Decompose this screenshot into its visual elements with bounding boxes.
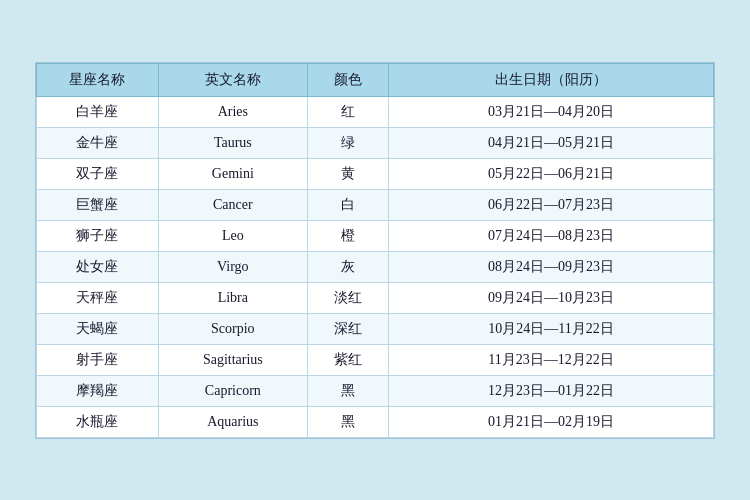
cell-chinese: 金牛座 [37,127,159,158]
cell-english: Aquarius [158,406,307,437]
cell-chinese: 狮子座 [37,220,159,251]
table-row: 天蝎座Scorpio深红10月24日—11月22日 [37,313,714,344]
cell-color: 黄 [307,158,388,189]
cell-date: 12月23日—01月22日 [389,375,714,406]
header-color: 颜色 [307,63,388,96]
table-row: 处女座Virgo灰08月24日—09月23日 [37,251,714,282]
table-row: 狮子座Leo橙07月24日—08月23日 [37,220,714,251]
table-row: 摩羯座Capricorn黑12月23日—01月22日 [37,375,714,406]
cell-date: 11月23日—12月22日 [389,344,714,375]
cell-english: Capricorn [158,375,307,406]
cell-english: Scorpio [158,313,307,344]
cell-color: 黑 [307,406,388,437]
cell-color: 深红 [307,313,388,344]
cell-date: 04月21日—05月21日 [389,127,714,158]
cell-color: 黑 [307,375,388,406]
table-row: 天秤座Libra淡红09月24日—10月23日 [37,282,714,313]
cell-chinese: 射手座 [37,344,159,375]
cell-english: Leo [158,220,307,251]
cell-chinese: 天秤座 [37,282,159,313]
table-header-row: 星座名称 英文名称 颜色 出生日期（阳历） [37,63,714,96]
table-row: 射手座Sagittarius紫红11月23日—12月22日 [37,344,714,375]
cell-date: 08月24日—09月23日 [389,251,714,282]
cell-date: 03月21日—04月20日 [389,96,714,127]
header-date: 出生日期（阳历） [389,63,714,96]
cell-date: 09月24日—10月23日 [389,282,714,313]
cell-english: Aries [158,96,307,127]
zodiac-table-container: 星座名称 英文名称 颜色 出生日期（阳历） 白羊座Aries红03月21日—04… [35,62,715,439]
cell-color: 紫红 [307,344,388,375]
cell-color: 红 [307,96,388,127]
cell-english: Sagittarius [158,344,307,375]
cell-english: Libra [158,282,307,313]
cell-chinese: 双子座 [37,158,159,189]
cell-english: Virgo [158,251,307,282]
cell-chinese: 天蝎座 [37,313,159,344]
cell-chinese: 水瓶座 [37,406,159,437]
cell-color: 白 [307,189,388,220]
cell-chinese: 摩羯座 [37,375,159,406]
cell-chinese: 处女座 [37,251,159,282]
cell-color: 淡红 [307,282,388,313]
cell-chinese: 白羊座 [37,96,159,127]
cell-date: 10月24日—11月22日 [389,313,714,344]
cell-english: Cancer [158,189,307,220]
cell-chinese: 巨蟹座 [37,189,159,220]
table-row: 双子座Gemini黄05月22日—06月21日 [37,158,714,189]
header-english: 英文名称 [158,63,307,96]
cell-english: Taurus [158,127,307,158]
table-row: 水瓶座Aquarius黑01月21日—02月19日 [37,406,714,437]
cell-color: 绿 [307,127,388,158]
cell-date: 01月21日—02月19日 [389,406,714,437]
cell-color: 灰 [307,251,388,282]
cell-date: 05月22日—06月21日 [389,158,714,189]
cell-color: 橙 [307,220,388,251]
table-row: 金牛座Taurus绿04月21日—05月21日 [37,127,714,158]
cell-date: 07月24日—08月23日 [389,220,714,251]
table-body: 白羊座Aries红03月21日—04月20日金牛座Taurus绿04月21日—0… [37,96,714,437]
table-row: 巨蟹座Cancer白06月22日—07月23日 [37,189,714,220]
zodiac-table: 星座名称 英文名称 颜色 出生日期（阳历） 白羊座Aries红03月21日—04… [36,63,714,438]
header-chinese: 星座名称 [37,63,159,96]
cell-date: 06月22日—07月23日 [389,189,714,220]
table-row: 白羊座Aries红03月21日—04月20日 [37,96,714,127]
cell-english: Gemini [158,158,307,189]
